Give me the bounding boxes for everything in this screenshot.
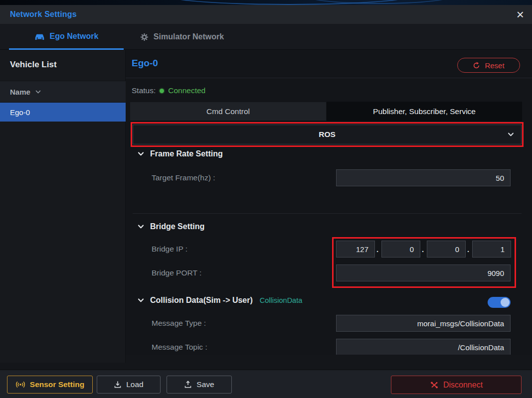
- save-button[interactable]: Save: [167, 376, 232, 394]
- bridge-port-label: Bridge PORT :: [152, 268, 201, 277]
- status-label: Status:: [132, 86, 156, 95]
- car-icon: [34, 32, 45, 40]
- chevron-down-icon: [138, 225, 144, 229]
- subtab-label: Cmd Control: [206, 107, 250, 116]
- upload-icon: [184, 381, 192, 389]
- gear-icon: [140, 33, 149, 41]
- dialog-title: Network Settings: [10, 10, 77, 19]
- tab-label: Ego Network: [50, 32, 99, 41]
- section-frame-rate-setting[interactable]: Frame Rate Setting: [138, 149, 223, 158]
- bridge-ip-octet-2-input[interactable]: [381, 241, 420, 258]
- bridge-ip-octet-1-input[interactable]: [336, 241, 375, 258]
- subtab-cmd-control[interactable]: Cmd Control: [130, 102, 327, 121]
- tab-ego-network[interactable]: Ego Network: [9, 24, 124, 50]
- refresh-icon: [473, 62, 480, 69]
- bridge-port-input[interactable]: [336, 265, 511, 281]
- load-button[interactable]: Load: [97, 376, 161, 394]
- protocol-value: ROS: [319, 130, 336, 139]
- screen: Network Settings × Ego Network Simulator…: [0, 0, 532, 398]
- vehicle-network-panel: Ego-0 Reset Status: Connected Cmd Contro…: [126, 50, 532, 355]
- target-frame-label: Target Frame(hz) :: [152, 173, 215, 182]
- disconnect-icon: [430, 381, 439, 389]
- collision-data-tag: CollisionData: [260, 296, 302, 304]
- bridge-ip-octet-3-input[interactable]: [427, 241, 466, 258]
- status-row: Status: Connected: [132, 84, 205, 98]
- toggle-knob: [501, 298, 510, 307]
- vehicle-list-title: Vehicle List: [10, 60, 57, 70]
- message-topic-label: Message Topic :: [152, 343, 207, 352]
- protocol-dropdown[interactable]: ROS: [133, 125, 522, 144]
- subtab-publisher-subscriber-service[interactable]: Publisher, Subscriber, Service: [327, 102, 522, 121]
- vehicle-list-item-ego0[interactable]: Ego-0: [0, 103, 126, 122]
- tab-simulator-network[interactable]: Simulator Network: [131, 24, 233, 50]
- message-type-input[interactable]: [336, 315, 511, 332]
- status-value: Connected: [168, 86, 205, 95]
- collision-data-toggle[interactable]: [488, 297, 511, 308]
- load-label: Load: [126, 380, 143, 389]
- column-header-label: Name: [10, 88, 30, 96]
- footer-bar: Sensor Setting Load Save Disconnect: [0, 370, 532, 398]
- close-icon[interactable]: ×: [517, 5, 524, 24]
- chevron-down-icon: [138, 298, 144, 302]
- save-label: Save: [196, 380, 214, 389]
- reset-label: Reset: [485, 61, 504, 70]
- dialog-titlebar: Network Settings ×: [0, 5, 532, 24]
- section-title: Frame Rate Setting: [150, 149, 223, 158]
- message-type-label: Message Type :: [152, 319, 206, 328]
- download-icon: [114, 381, 122, 389]
- message-topic-input[interactable]: [336, 339, 511, 355]
- status-dot-icon: [160, 89, 164, 93]
- ip-separator: .: [467, 245, 469, 254]
- section-title: Collision Data(Sim -> User): [150, 296, 253, 305]
- sensor-setting-button[interactable]: Sensor Setting: [7, 376, 93, 394]
- chevron-down-icon: [508, 133, 514, 136]
- ip-separator: .: [376, 245, 378, 254]
- chevron-down-icon: [138, 152, 144, 156]
- ip-separator: .: [422, 245, 424, 254]
- section-title: Bridge Setting: [150, 222, 204, 231]
- sensor-setting-label: Sensor Setting: [30, 380, 84, 389]
- section-collision-data[interactable]: Collision Data(Sim -> User) CollisionDat…: [138, 296, 302, 305]
- bridge-ip-octet-4-input[interactable]: [472, 241, 511, 258]
- disconnect-label: Disconnect: [443, 381, 483, 390]
- reset-button[interactable]: Reset: [457, 58, 520, 73]
- target-frame-input[interactable]: [336, 169, 511, 186]
- subtab-label: Publisher, Subscriber, Service: [373, 107, 476, 116]
- vehicle-item-label: Ego-0: [10, 108, 30, 117]
- broadcast-icon: [15, 381, 25, 389]
- vehicle-list-sort-header[interactable]: Name: [0, 81, 126, 103]
- divider: [126, 78, 532, 78]
- divider: [133, 213, 522, 214]
- vehicle-title: Ego-0: [132, 58, 158, 69]
- chevron-down-icon: [35, 90, 41, 94]
- section-bridge-setting[interactable]: Bridge Setting: [138, 222, 204, 231]
- disconnect-button[interactable]: Disconnect: [391, 376, 522, 394]
- tab-label: Simulator Network: [154, 32, 224, 41]
- bridge-ip-label: Bridge IP :: [152, 245, 187, 254]
- vehicle-list-panel: Vehicle List Name Ego-0: [0, 50, 126, 363]
- network-tabbar: Ego Network Simulator Network: [0, 24, 532, 50]
